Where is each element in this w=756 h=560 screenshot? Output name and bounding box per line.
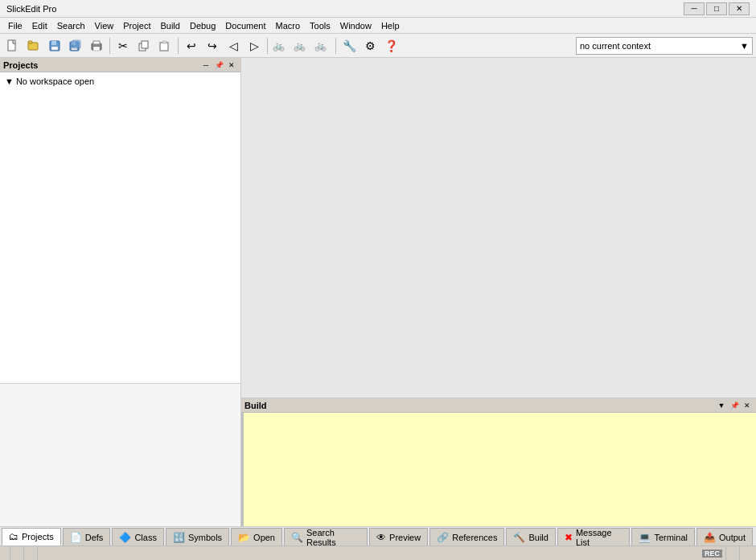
copy-button[interactable] — [134, 36, 154, 56]
save-file-button[interactable] — [45, 36, 64, 56]
tab-terminal-icon: 💻 — [639, 532, 651, 543]
redo-button[interactable]: ↪ — [203, 36, 222, 56]
projects-panel-pin[interactable]: 📌 — [213, 60, 224, 71]
build-panel-close[interactable]: ✕ — [742, 400, 753, 411]
paste-button[interactable] — [155, 36, 175, 56]
menu-document[interactable]: Document — [220, 19, 270, 32]
browse-button[interactable]: 🚲 — [292, 36, 311, 56]
build-panel-header: Build ▼ 📌 ✕ — [241, 398, 756, 413]
build-project-button[interactable]: 🚲 — [313, 36, 332, 56]
back-button[interactable]: ◁ — [224, 36, 243, 56]
tab-open-label: Open — [253, 533, 275, 542]
tab-preview[interactable]: 👁 Preview — [369, 528, 428, 546]
svg-rect-11 — [93, 41, 100, 44]
find-symbol-button[interactable]: 🚲 — [271, 36, 290, 56]
tab-message-label: Message List — [576, 528, 622, 547]
build-panel-title: Build — [244, 401, 267, 410]
close-button[interactable]: ✕ — [729, 2, 750, 15]
tab-defs[interactable]: 📄 Defs — [63, 528, 111, 546]
app-title: SlickEdit Pro — [6, 4, 56, 14]
no-workspace-item: ▼ No workspace open — [3, 76, 237, 87]
dropdown-arrow-icon: ▼ — [740, 41, 749, 51]
svg-rect-12 — [93, 47, 100, 51]
tab-class[interactable]: 🔷 Class — [112, 528, 164, 546]
projects-panel-close[interactable]: ✕ — [226, 60, 237, 71]
tab-search-icon: 🔍 — [291, 532, 303, 543]
context-value: no current context — [580, 41, 651, 51]
sep1 — [109, 38, 110, 54]
no-workspace-label: No workspace open — [16, 76, 94, 86]
tools-button[interactable]: 🔧 — [339, 36, 359, 56]
minimize-button[interactable]: ─ — [684, 2, 705, 15]
menu-help[interactable]: Help — [376, 19, 405, 32]
title-bar: SlickEdit Pro ─ □ ✕ — [0, 0, 756, 18]
tab-open[interactable]: 📂 Open — [231, 528, 282, 546]
tab-build[interactable]: 🔨 Build — [506, 528, 555, 546]
tab-build-icon: 🔨 — [513, 532, 525, 543]
cut-button[interactable]: ✂ — [113, 36, 133, 56]
menu-tools[interactable]: Tools — [305, 19, 335, 32]
projects-panel-minimize[interactable]: ─ — [200, 60, 212, 71]
tab-preview-label: Preview — [389, 533, 421, 542]
undo-button[interactable]: ↩ — [182, 36, 201, 56]
menu-macro[interactable]: Macro — [271, 19, 306, 32]
tab-search-results[interactable]: 🔍 Search Results — [284, 528, 368, 546]
status-item-4 — [733, 546, 740, 560]
build-panel: Build ▼ 📌 ✕ — [241, 397, 756, 526]
tab-class-label: Class — [134, 533, 157, 542]
build-panel-pin[interactable]: 📌 — [729, 400, 740, 411]
menu-search[interactable]: Search — [52, 19, 90, 32]
tab-projects[interactable]: 🗂 Projects — [2, 528, 61, 546]
svg-rect-5 — [51, 47, 58, 50]
tab-open-icon: 📂 — [238, 532, 250, 543]
svg-rect-16 — [162, 41, 166, 43]
tab-class-icon: 🔷 — [119, 532, 131, 543]
menu-view[interactable]: View — [90, 19, 119, 32]
menu-debug[interactable]: Debug — [185, 19, 220, 32]
tab-projects-label: Projects — [22, 532, 54, 541]
svg-rect-15 — [160, 43, 168, 51]
tab-build-label: Build — [528, 533, 548, 542]
context-dropdown[interactable]: no current context ▼ — [576, 37, 753, 55]
svg-rect-2 — [28, 41, 32, 43]
tab-projects-icon: 🗂 — [9, 531, 18, 542]
build-panel-controls: ▼ 📌 ✕ — [716, 400, 753, 411]
tab-message-list[interactable]: ✖ Message List — [557, 528, 630, 546]
tab-terminal-label: Terminal — [654, 533, 688, 542]
open-file-button[interactable] — [24, 36, 43, 56]
help-button[interactable]: ❓ — [381, 36, 401, 56]
forward-button[interactable]: ▷ — [244, 36, 264, 56]
tab-references[interactable]: 🔗 References — [429, 528, 504, 546]
new-file-button[interactable] — [3, 36, 23, 56]
status-item-3 — [31, 546, 38, 560]
bottom-tabs: 🗂 Projects 📄 Defs 🔷 Class 🔣 Symbols 📂 Op… — [0, 526, 756, 546]
settings-button[interactable]: ⚙ — [360, 36, 380, 56]
tab-message-icon: ✖ — [565, 532, 573, 543]
sep4 — [335, 38, 336, 54]
editor-area[interactable] — [241, 58, 756, 397]
menu-edit[interactable]: Edit — [27, 19, 52, 32]
tab-symbols-label: Symbols — [188, 533, 222, 542]
toolbar: ✂ ↩ ↪ ◁ ▷ 🚲 🚲 🚲 🔧 ⚙ ❓ no current context… — [0, 34, 756, 58]
tab-terminal[interactable]: 💻 Terminal — [631, 528, 695, 546]
save-all-button[interactable] — [66, 36, 85, 56]
tab-symbols[interactable]: 🔣 Symbols — [166, 528, 229, 546]
svg-rect-9 — [72, 40, 80, 48]
window-controls: ─ □ ✕ — [684, 2, 750, 15]
tab-symbols-icon: 🔣 — [173, 532, 185, 543]
status-item-1 — [3, 546, 10, 560]
projects-panel-controls: ─ 📌 ✕ — [200, 60, 237, 71]
build-content — [241, 413, 756, 526]
menu-file[interactable]: File — [3, 19, 27, 32]
print-button[interactable] — [87, 36, 106, 56]
status-bar: REC — [0, 546, 756, 560]
tab-output[interactable]: 📤 Output — [696, 528, 753, 546]
menu-build[interactable]: Build — [155, 19, 184, 32]
build-panel-dropdown[interactable]: ▼ — [716, 400, 727, 411]
svg-rect-4 — [51, 41, 56, 45]
menu-window[interactable]: Window — [335, 19, 376, 32]
maximize-button[interactable]: □ — [706, 2, 727, 15]
menu-project[interactable]: Project — [118, 19, 155, 32]
tab-defs-icon: 📄 — [70, 532, 82, 543]
left-bottom-spacer — [0, 383, 240, 526]
